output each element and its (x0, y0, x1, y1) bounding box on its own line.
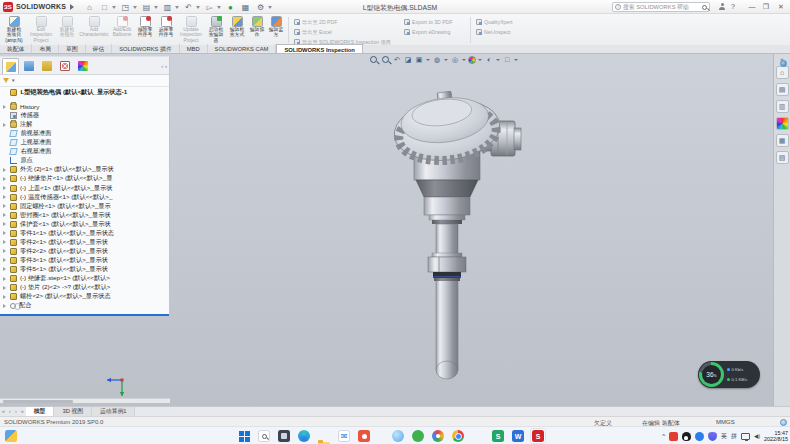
panel-splitter[interactable] (0, 314, 169, 316)
graphics-viewport[interactable]: ↶ ◪ ▣ ◍ ◎ ◐ □ (0, 54, 790, 406)
view-palette-icon[interactable]: ▦ (776, 134, 789, 147)
language-indicator[interactable]: 英 (721, 432, 727, 441)
tree-item-component[interactable]: (-) 绝缘套.step<1> (默认<<默认> (0, 274, 169, 283)
tree-item-component[interactable]: (-) 垫片 (2)<2> ->? (默认<<默认> (0, 283, 169, 292)
tree-item-annotations[interactable]: 注解 (0, 120, 169, 129)
configuration-manager-tab[interactable] (38, 58, 55, 74)
browser-360-icon[interactable] (432, 430, 444, 442)
display-manager-tab[interactable] (74, 58, 91, 74)
select-balloons-button[interactable]: 选择零件序号 (156, 15, 176, 44)
store-app-icon[interactable] (358, 430, 370, 442)
print-icon[interactable]: ▥ (162, 2, 173, 13)
chrome-icon[interactable] (452, 430, 464, 442)
custom-properties-icon[interactable]: ▧ (776, 151, 789, 164)
tree-item-top-plane[interactable]: 上视基准面 (0, 138, 169, 147)
display-cast-icon[interactable] (741, 433, 750, 440)
dimxpert-manager-tab[interactable] (56, 58, 73, 74)
tray-app-blue-icon[interactable] (695, 432, 704, 441)
tree-item-right-plane[interactable]: 右视基准面 (0, 147, 169, 156)
tree-item-component[interactable]: 零件2<1> (默认<<默认>_显示状 (0, 238, 169, 247)
file-explorer-pane-icon[interactable]: ▥ (776, 100, 789, 113)
remove-balloons-button[interactable]: 移除零件序号 (135, 15, 155, 44)
scrollbar-thumb[interactable] (3, 400, 73, 403)
mail-icon[interactable]: ✉ (338, 430, 350, 442)
tree-item-component[interactable]: 密封圈<1> (默认<<默认>_显示状 (0, 211, 169, 220)
edit-inspection-method-button[interactable]: 编辑检查方式 (227, 15, 247, 44)
rebuild-icon[interactable]: ● (225, 2, 236, 13)
filter-dropdown-arrow[interactable]: ▼ (11, 78, 15, 83)
property-manager-tab[interactable] (20, 58, 37, 74)
tab-mbd[interactable]: MBD (180, 44, 208, 53)
tree-item-origin[interactable]: 原点 (0, 156, 169, 165)
fm-tab-scroll-arrows[interactable]: ‹ › (161, 58, 167, 74)
tab-sketch[interactable]: 草图 (59, 44, 86, 53)
tree-item-component[interactable]: (-) 温度传感器<1> (默认<<默认>_ (0, 193, 169, 202)
tray-app-red-icon[interactable] (669, 432, 678, 441)
weather-app-icon[interactable] (392, 430, 404, 442)
select-cursor-icon[interactable]: ▻ (204, 2, 215, 13)
tray-expand-icon[interactable]: ^ (662, 433, 665, 439)
tree-item-component[interactable]: 零件2<2> (默认<<默认>_显示状 (0, 247, 169, 256)
tree-item-component[interactable]: 零件3<1> (默认<<默认>_显示状 (0, 256, 169, 265)
tree-item-component[interactable]: 零件1<1> (默认<<默认>_显示状态 (0, 229, 169, 238)
3d-content-central-icon[interactable] (780, 60, 787, 67)
edit-supervision-button[interactable]: 编辑监方 (267, 15, 285, 44)
tree-item-front-plane[interactable]: 前视基准面 (0, 129, 169, 138)
units-selector[interactable]: MMGS (716, 419, 735, 425)
tab-nav-first-icon[interactable]: « (0, 407, 7, 416)
open-document-icon[interactable]: ◳ (120, 2, 131, 13)
wps-app-icon[interactable]: S (492, 430, 504, 442)
appearances-scenes-icon[interactable] (776, 117, 789, 130)
new-document-icon[interactable]: □ (99, 2, 110, 13)
qq-tray-icon[interactable] (682, 432, 691, 441)
home-icon[interactable]: ⌂ (84, 2, 95, 13)
edge-browser-icon[interactable] (298, 430, 310, 442)
tab-solidworks-cam[interactable]: SOLIDWORKS CAM (208, 44, 277, 53)
help-button[interactable]: ? (731, 3, 735, 10)
tab-motion-study-1[interactable]: 运动算例1 (92, 407, 135, 416)
tab-model[interactable]: 模型 (26, 407, 55, 416)
close-button[interactable]: ✕ (775, 3, 787, 11)
file-properties-icon[interactable]: ▦ (240, 2, 251, 13)
new-inspection-project-button[interactable]: 新建检查项目(amp;N) (2, 15, 26, 44)
ime-indicator[interactable]: 拼 (731, 432, 737, 441)
speaker-icon[interactable]: ◀) (754, 433, 760, 439)
word-app-icon[interactable]: W (512, 430, 524, 442)
user-account-icon[interactable] (718, 3, 726, 11)
tab-assembly[interactable]: 装配体 (0, 44, 32, 53)
tree-item-mates[interactable]: 配合 (0, 301, 169, 310)
tree-item-component[interactable]: 固定螺栓<1> (默认<<默认>_显示 (0, 202, 169, 211)
search-icon[interactable] (702, 5, 707, 10)
tree-root-item[interactable]: L型铠装热电偶 (默认<默认_显示状态-1 (0, 88, 169, 97)
tree-item-component[interactable]: (-) 绝缘垫片<1> (默认<<默认>_显 (0, 174, 169, 183)
green-app-icon[interactable] (412, 430, 424, 442)
design-library-icon[interactable]: ▤ (776, 83, 789, 96)
tree-item-component[interactable]: 螺栓<2> (默认<<默认>_显示状态 (0, 292, 169, 301)
tab-3d-views[interactable]: 3D 视图 (54, 407, 92, 416)
task-view-icon[interactable] (278, 430, 290, 442)
security-shield-icon[interactable] (708, 432, 717, 441)
tab-evaluate[interactable]: 评估 (86, 44, 113, 53)
tree-item-sensors[interactable]: 传感器 (0, 111, 169, 120)
tree-filter-bar[interactable]: ▼ (0, 75, 169, 87)
start-button[interactable] (238, 430, 250, 442)
tree-item-component[interactable]: 零件5<1> (默认<<默认>_显示状 (0, 265, 169, 274)
minimize-button[interactable]: — (746, 3, 758, 10)
tree-item-component[interactable]: (-) 上盖<1> (默认<<默认>_显示状 (0, 184, 169, 193)
taskpane-home-icon[interactable]: ⌂ (776, 66, 789, 79)
tab-solidworks-addins[interactable]: SOLIDWORKS 插件 (112, 44, 180, 53)
launch-inspection-editor-button[interactable]: 启动检查编辑器 (206, 15, 226, 44)
restore-button[interactable]: ❐ (760, 3, 772, 11)
tree-item-history[interactable]: History (0, 102, 169, 111)
widgets-icon[interactable] (5, 430, 17, 442)
tree-item-component[interactable]: 外壳 (2)<1> (默认<<默认>_显示状 (0, 165, 169, 174)
solidworks-taskbar-icon[interactable]: S (532, 430, 544, 442)
tree-horizontal-scrollbar[interactable] (0, 398, 170, 403)
taskbar-search-icon[interactable] (258, 430, 270, 442)
undo-icon[interactable]: ↶ (183, 2, 194, 13)
taskbar-clock[interactable]: 15:47 2022/8/15 (764, 430, 788, 443)
tree-item-component[interactable]: 保护套<1> (默认<<默认>_显示状 (0, 220, 169, 229)
tab-layout[interactable]: 布局 (32, 44, 59, 53)
save-icon[interactable]: ▤ (141, 2, 152, 13)
performance-monitor-widget[interactable]: 36% 0 Kb/s 0.1 KB/s (698, 361, 760, 388)
